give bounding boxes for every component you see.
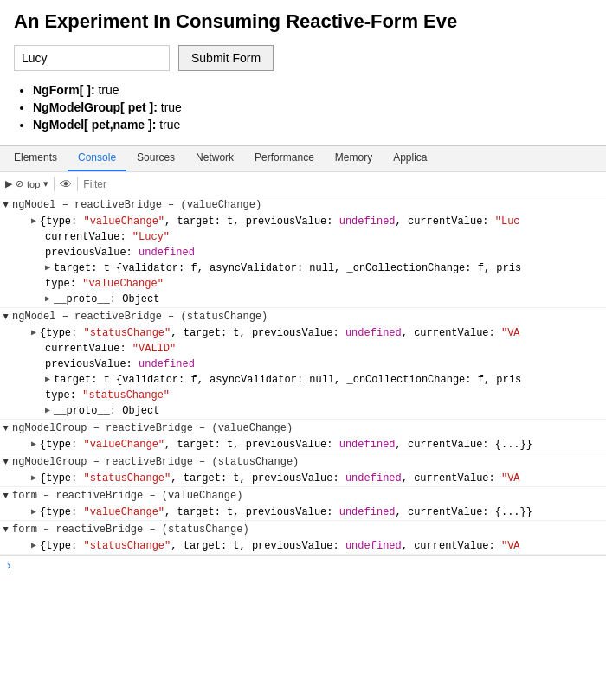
log-header-text-6: form – reactiveBridge – (statusChange)	[12, 523, 249, 536]
log-group-5: ▶ form – reactiveBridge – (valueChange) …	[0, 487, 606, 521]
log-header-3[interactable]: ▶ ngModelGroup – reactiveBridge – (value…	[0, 420, 606, 437]
log-line: ▶ target: t {validator: f, asyncValidato…	[14, 372, 606, 388]
status-item-ngmodel: NgModel[ pet,name ]: true	[33, 118, 592, 132]
triangle-icon: ▶	[1, 426, 11, 431]
form-row: Submit Form	[14, 45, 592, 71]
collapse-icon[interactable]: ▶	[45, 374, 50, 384]
log-line: ▶ {type: "valueChange", target: t, previ…	[14, 504, 606, 520]
play-icon[interactable]: ▶	[5, 178, 12, 189]
log-header-text-1: ngModel – reactiveBridge – (valueChange)	[12, 199, 261, 211]
log-header-text-3: ngModelGroup – reactiveBridge – (valueCh…	[12, 422, 293, 434]
console-output: ▶ ngModel – reactiveBridge – (valueChang…	[0, 196, 606, 576]
status-list: NgForm[ ]: true NgModelGroup[ pet ]: tru…	[14, 83, 592, 132]
triangle-icon: ▶	[1, 459, 11, 465]
triangle-icon: ▶	[1, 527, 11, 532]
collapse-icon[interactable]: ▶	[31, 439, 36, 449]
tab-application[interactable]: Applica	[383, 146, 437, 171]
log-line: currentValue: "Lucy"	[14, 229, 606, 245]
collapse-icon[interactable]: ▶	[31, 472, 36, 483]
log-line: type: "statusChange"	[14, 388, 606, 403]
page-title: An Experiment In Consuming Reactive-Form…	[14, 10, 592, 33]
name-input[interactable]	[14, 45, 170, 71]
context-label: top	[27, 179, 40, 189]
log-line: previousValue: undefined	[14, 356, 606, 372]
log-body-2: ▶ {type: "statusChange", target: t, prev…	[0, 325, 606, 419]
collapse-icon[interactable]: ▶	[31, 215, 36, 226]
log-body-1: ▶ {type: "valueChange", target: t, previ…	[0, 214, 606, 307]
log-line: ▶ {type: "valueChange", target: t, previ…	[14, 214, 606, 229]
collapse-icon[interactable]: ▶	[45, 405, 50, 415]
log-body-4: ▶ {type: "statusChange", target: t, prev…	[0, 471, 606, 486]
log-body-5: ▶ {type: "valueChange", target: t, previ…	[0, 504, 606, 520]
devtools-tabs: Elements Console Sources Network Perform…	[0, 146, 606, 172]
log-body-6: ▶ {type: "statusChange", target: t, prev…	[0, 538, 606, 554]
log-line: ▶ {type: "statusChange", target: t, prev…	[14, 538, 606, 554]
divider	[54, 177, 55, 191]
log-header-text-2: ngModel – reactiveBridge – (statusChange…	[12, 311, 268, 323]
log-line: ▶ {type: "statusChange", target: t, prev…	[14, 471, 606, 486]
triangle-icon: ▶	[1, 314, 11, 319]
tab-memory[interactable]: Memory	[325, 146, 383, 171]
divider2	[77, 177, 78, 191]
collapse-icon[interactable]: ▶	[45, 293, 50, 304]
log-header-2[interactable]: ▶ ngModel – reactiveBridge – (statusChan…	[0, 308, 606, 325]
tab-console[interactable]: Console	[68, 146, 126, 171]
log-group-2: ▶ ngModel – reactiveBridge – (statusChan…	[0, 308, 606, 420]
tab-elements[interactable]: Elements	[3, 146, 68, 171]
page-content: An Experiment In Consuming Reactive-Form…	[0, 0, 606, 145]
collapse-icon[interactable]: ▶	[31, 506, 36, 517]
log-header-text-4: ngModelGroup – reactiveBridge – (statusC…	[12, 456, 299, 468]
log-group-4: ▶ ngModelGroup – reactiveBridge – (statu…	[0, 453, 606, 487]
log-body-3: ▶ {type: "valueChange", target: t, previ…	[0, 437, 606, 453]
log-header-4[interactable]: ▶ ngModelGroup – reactiveBridge – (statu…	[0, 453, 606, 471]
collapse-icon[interactable]: ▶	[31, 327, 36, 337]
dropdown-arrow-icon[interactable]: ▾	[43, 178, 48, 189]
log-line: ▶ target: t {validator: f, asyncValidato…	[14, 260, 606, 276]
status-item-ngmodelgroup: NgModelGroup[ pet ]: true	[33, 100, 592, 114]
submit-button[interactable]: Submit Form	[178, 45, 274, 71]
log-group-1: ▶ ngModel – reactiveBridge – (valueChang…	[0, 196, 606, 308]
log-header-5[interactable]: ▶ form – reactiveBridge – (valueChange)	[0, 487, 606, 504]
tab-sources[interactable]: Sources	[126, 146, 185, 171]
log-line: currentValue: "VALID"	[14, 341, 606, 356]
log-line: ▶ {type: "valueChange", target: t, previ…	[14, 437, 606, 453]
eye-icon[interactable]: 👁	[60, 177, 72, 191]
log-line: ▶ __proto__: Object	[14, 292, 606, 307]
log-line: ▶ __proto__: Object	[14, 403, 606, 419]
log-group-6: ▶ form – reactiveBridge – (statusChange)…	[0, 521, 606, 555]
log-line: type: "valueChange"	[14, 276, 606, 292]
triangle-icon: ▶	[1, 202, 11, 208]
block-icon[interactable]: ⊘	[16, 178, 23, 189]
log-header-text-5: form – reactiveBridge – (valueChange)	[12, 490, 242, 502]
log-line: previousValue: undefined	[14, 245, 606, 260]
triangle-icon: ▶	[1, 493, 11, 498]
collapse-icon[interactable]: ▶	[45, 262, 50, 273]
log-header-1[interactable]: ▶ ngModel – reactiveBridge – (valueChang…	[0, 196, 606, 214]
log-line: ▶ {type: "statusChange", target: t, prev…	[14, 325, 606, 341]
status-item-ngform: NgForm[ ]: true	[33, 83, 592, 97]
log-header-6[interactable]: ▶ form – reactiveBridge – (statusChange)	[0, 521, 606, 538]
devtools-panel: Elements Console Sources Network Perform…	[0, 145, 606, 576]
prompt-chevron-icon: ›	[5, 559, 12, 573]
collapse-icon[interactable]: ▶	[31, 540, 36, 550]
console-prompt[interactable]: ›	[0, 555, 606, 576]
tab-performance[interactable]: Performance	[244, 146, 325, 171]
filter-input[interactable]	[83, 178, 601, 190]
log-group-3: ▶ ngModelGroup – reactiveBridge – (value…	[0, 420, 606, 453]
console-filter-bar: ▶ ⊘ top ▾ 👁	[0, 172, 606, 196]
tab-network[interactable]: Network	[185, 146, 244, 171]
